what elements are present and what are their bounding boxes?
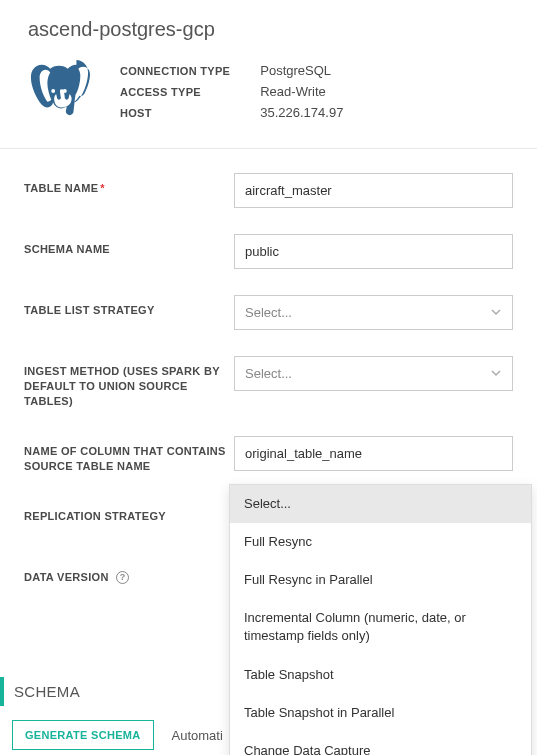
- schema-name-label: SCHEMA NAME: [24, 234, 234, 257]
- data-version-label: DATA VERSION ?: [24, 562, 234, 585]
- automatic-text: Automati: [172, 728, 223, 743]
- chevron-down-icon: [490, 306, 502, 318]
- ingest-method-select[interactable]: Select...: [234, 356, 513, 391]
- table-name-input[interactable]: [234, 173, 513, 208]
- info-icon[interactable]: ?: [116, 571, 129, 584]
- conn-meta-values: PostgreSQL Read-Write 35.226.174.97: [260, 61, 343, 124]
- required-asterisk: *: [100, 182, 105, 194]
- source-column-input[interactable]: [234, 436, 513, 471]
- generate-schema-button[interactable]: GENERATE SCHEMA: [12, 720, 154, 750]
- dropdown-item[interactable]: Full Resync in Parallel: [230, 561, 531, 599]
- svg-point-0: [51, 89, 55, 93]
- dropdown-item[interactable]: Select...: [230, 485, 531, 523]
- page-title: ascend-postgres-gcp: [28, 18, 509, 41]
- dropdown-item[interactable]: Table Snapshot: [230, 656, 531, 694]
- chevron-down-icon: [490, 367, 502, 379]
- replication-strategy-dropdown: Select... Full Resync Full Resync in Par…: [229, 484, 532, 755]
- table-list-strategy-select[interactable]: Select...: [234, 295, 513, 330]
- dropdown-item[interactable]: Incremental Column (numeric, date, or ti…: [230, 599, 531, 655]
- table-list-strategy-label: TABLE LIST STRATEGY: [24, 295, 234, 318]
- replication-strategy-label: REPLICATION STRATEGY: [24, 501, 234, 524]
- ingest-method-label: INGEST METHOD (USES SPARK BY DEFAULT TO …: [24, 356, 234, 410]
- connection-info: CONNECTION TYPE ACCESS TYPE HOST Postgre…: [0, 51, 537, 148]
- dropdown-item[interactable]: Table Snapshot in Parallel: [230, 694, 531, 732]
- dropdown-item[interactable]: Change Data Capture: [230, 732, 531, 755]
- conn-meta-labels: CONNECTION TYPE ACCESS TYPE HOST: [120, 61, 230, 124]
- table-name-label: TABLE NAME*: [24, 173, 234, 196]
- postgres-icon: [28, 59, 90, 121]
- schema-name-input[interactable]: [234, 234, 513, 269]
- svg-point-1: [63, 89, 67, 93]
- source-column-label: NAME OF COLUMN THAT CONTAINS SOURCE TABL…: [24, 436, 234, 475]
- dropdown-item[interactable]: Full Resync: [230, 523, 531, 561]
